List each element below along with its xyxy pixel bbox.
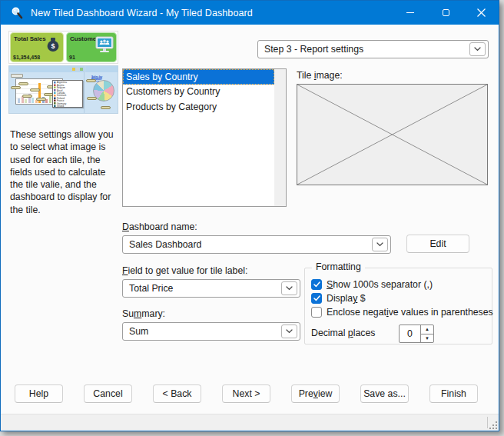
summary-value: Sum [129, 326, 148, 337]
preview-panel-sales-by-category: Sales by Product Category Sales by Produ… [85, 66, 118, 113]
close-icon [477, 8, 486, 17]
x-axis-label: Country [32, 109, 48, 114]
close-button[interactable] [463, 1, 499, 25]
step-description: These settings allow you to select what … [10, 128, 118, 216]
checkbox-enclose-negative[interactable]: Enclose negative values in parentheses [311, 306, 493, 318]
listbox-scrollbar[interactable] [274, 69, 286, 206]
field-value: Total Price [129, 283, 173, 294]
spinner-down-button[interactable]: ▼ [421, 334, 433, 343]
decimal-places-label: Decimal places [311, 328, 375, 338]
tile-image-label: Tile image: [297, 70, 343, 81]
dashboard-name-label: Dashboard name: [122, 221, 197, 232]
dashboard-charts-preview: Sales by Country Sales by Country [8, 65, 118, 114]
svg-text:$: $ [51, 42, 55, 50]
cancel-button[interactable]: Cancel [84, 384, 132, 403]
chevron-down-icon[interactable] [469, 42, 486, 56]
window-controls [393, 1, 499, 25]
money-bag-icon: $ [45, 35, 61, 57]
tile-image-placeholder [297, 84, 488, 185]
preview-button[interactable]: Preview [291, 384, 340, 403]
check-icon [313, 281, 320, 288]
screen: New Tiled Dashboard Wizard - My Tiled Da… [0, 0, 504, 436]
placeholder-cross-icon [297, 85, 487, 185]
minimize-button[interactable] [393, 1, 428, 25]
step-selector-value: Step 3 - Report settings [264, 44, 363, 55]
status-bar [1, 414, 499, 431]
finish-button[interactable]: Finish [429, 384, 478, 403]
help-button[interactable]: Help [15, 384, 63, 403]
checkbox-box[interactable] [311, 307, 322, 318]
list-item[interactable]: Products by Category [123, 99, 274, 115]
date-nav-widget [11, 74, 23, 78]
field-label: Field to get value for tile label: [122, 265, 247, 276]
spinner-up-button[interactable]: ▲ [421, 325, 433, 334]
chevron-down-icon[interactable] [281, 325, 297, 338]
chart-legend: Argentina Austria Belgium Brazil Canada … [52, 80, 83, 108]
panel-header: Sales by Country [9, 66, 84, 72]
preview-tile-customers: Customers 91 [66, 32, 117, 62]
panel-header-icons [72, 68, 83, 71]
preview-panel-sales-by-country: Sales by Country Sales by Country [9, 66, 85, 113]
save-as-button[interactable]: Save as... [360, 384, 409, 403]
chevron-down-icon[interactable] [372, 238, 388, 251]
check-icon [313, 295, 320, 301]
magnifier-icon [10, 6, 24, 20]
checkbox-display-dollar[interactable]: Display $ [311, 292, 366, 305]
checkbox-show-1000s-separator[interactable]: Show 1000s separator (,) [311, 278, 433, 291]
dashboard-name-combobox[interactable]: Sales Dashboard [122, 235, 391, 254]
next-button[interactable]: Next > [222, 384, 270, 403]
minimize-icon [406, 12, 414, 13]
chart-callout [87, 97, 97, 100]
chart-callout [11, 86, 21, 89]
edit-button[interactable]: Edit [406, 235, 469, 253]
checkbox-box[interactable] [311, 293, 322, 304]
panel-header: Sales by Product Category [85, 66, 118, 72]
summary-label: Summary: [122, 308, 165, 319]
step-selector-combobox[interactable]: Step 3 - Report settings [257, 40, 489, 58]
formatting-group-title: Formatting [312, 261, 365, 272]
back-button[interactable]: < Back [153, 384, 201, 403]
decimal-places-spinner[interactable]: 0 ▲ ▼ [399, 325, 434, 343]
tile-title: Total Sales [14, 35, 46, 42]
report-listbox[interactable]: Sales by Country Customers by Country Pr… [122, 68, 287, 207]
checkbox-box[interactable] [311, 279, 322, 290]
list-item[interactable]: Sales by Country [123, 69, 274, 85]
field-combobox[interactable]: Total Price [122, 279, 300, 298]
window-title: New Tiled Dashboard Wizard - My Tiled Da… [31, 8, 253, 18]
tile-value: 91 [69, 55, 75, 60]
dashboard-tiles-preview: Total Sales $ $1,354,458 Customers [8, 31, 118, 64]
chevron-down-icon[interactable] [281, 281, 297, 295]
preview-tile-total-sales: Total Sales $ $1,354,458 [10, 32, 64, 62]
decimal-places-value: 0 [400, 325, 420, 342]
summary-combobox[interactable]: Sum [122, 322, 300, 341]
title-bar: New Tiled Dashboard Wizard - My Tiled Da… [1, 1, 499, 25]
chart-callout [101, 106, 111, 109]
status-bar-separator [487, 417, 488, 428]
maximize-icon [443, 9, 449, 16]
maximize-button[interactable] [428, 1, 463, 25]
chart-callout [86, 79, 96, 82]
wizard-dialog: New Tiled Dashboard Wizard - My Tiled Da… [0, 0, 499, 431]
tile-value: $1,354,458 [13, 55, 40, 60]
list-item[interactable]: Customers by Country [123, 85, 274, 100]
resize-grip[interactable] [489, 421, 498, 430]
dashboard-name-value: Sales Dashboard [129, 239, 201, 250]
monitor-users-icon [94, 35, 114, 57]
formatting-groupbox: Formatting Show 1000s separator (,) Disp… [304, 268, 492, 344]
